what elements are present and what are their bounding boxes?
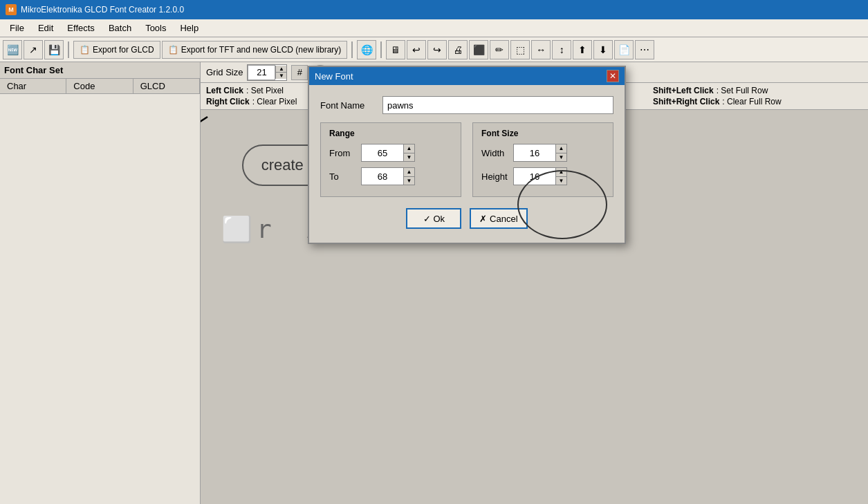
to-input[interactable] bbox=[362, 168, 403, 185]
menu-tools[interactable]: Tools bbox=[138, 21, 173, 35]
width-row: Width ▲ ▼ bbox=[481, 144, 604, 162]
shortcut-shift-right: Shift+Right Click : Clear Full Row bbox=[653, 97, 862, 106]
dialog-columns: Range From ▲ ▼ To bbox=[320, 122, 613, 197]
from-spin-btns: ▲ ▼ bbox=[403, 144, 414, 161]
toolbar-arrow[interactable]: ↗ bbox=[24, 40, 43, 59]
from-up[interactable]: ▲ bbox=[403, 144, 414, 153]
grid-size-spinbox: ▲ ▼ bbox=[247, 64, 287, 81]
grid-size-spin-buttons: ▲ ▼ bbox=[275, 66, 286, 79]
grid-size-input[interactable] bbox=[248, 65, 275, 80]
to-up[interactable]: ▲ bbox=[403, 168, 414, 177]
toolbar-new[interactable]: 🆕 bbox=[3, 40, 22, 59]
width-spin-btns: ▲ ▼ bbox=[555, 144, 566, 161]
left-panel-columns: Char Code GLCD bbox=[0, 79, 200, 94]
dialog-body: Font Name Range From ▲ ▼ bbox=[309, 85, 625, 243]
export-glcd-btn[interactable]: 📋 Export for GLCD bbox=[73, 41, 160, 59]
app-title: MikroElektronika GLCD Font Creator 1.2.0… bbox=[21, 5, 184, 15]
toolbar-select[interactable]: ⬚ bbox=[510, 40, 530, 59]
font-char-set-header: Font Char Set bbox=[0, 62, 200, 79]
font-name-row: Font Name bbox=[320, 96, 613, 114]
height-spin-btns: ▲ ▼ bbox=[555, 168, 566, 185]
to-down[interactable]: ▼ bbox=[403, 177, 414, 185]
from-input[interactable] bbox=[362, 144, 403, 161]
cancel-button[interactable]: ✗ Cancel bbox=[470, 208, 527, 229]
title-bar: M MikroElektronika GLCD Font Creator 1.2… bbox=[0, 0, 868, 19]
svg-line-0 bbox=[201, 117, 207, 179]
height-row: Height ▲ ▼ bbox=[481, 167, 604, 185]
col-glcd: GLCD bbox=[133, 79, 200, 93]
to-row: To ▲ ▼ bbox=[329, 167, 452, 185]
from-down[interactable]: ▼ bbox=[403, 153, 414, 162]
toolbar-import[interactable]: ⬆ bbox=[573, 40, 592, 59]
toolbar-pencil[interactable]: ✏ bbox=[490, 40, 509, 59]
font-name-label: Font Name bbox=[320, 100, 376, 111]
dialog-buttons: ✓ Ok ✗ Cancel bbox=[320, 208, 613, 232]
range-section: Range From ▲ ▼ To bbox=[320, 122, 461, 197]
app-icon: M bbox=[6, 4, 17, 15]
menu-file[interactable]: File bbox=[3, 21, 31, 35]
width-down[interactable]: ▼ bbox=[555, 153, 566, 162]
width-spinbox: ▲ ▼ bbox=[513, 144, 567, 162]
toolbar-print[interactable]: 🖨 bbox=[448, 40, 468, 59]
toolbar-sep-1 bbox=[68, 41, 69, 58]
menu-effects[interactable]: Effects bbox=[60, 21, 102, 35]
height-label: Height bbox=[481, 171, 509, 182]
toolbar-save[interactable]: 💾 bbox=[44, 40, 64, 59]
width-input[interactable] bbox=[514, 144, 555, 161]
font-size-section: Font Size Width ▲ ▼ Height bbox=[472, 122, 613, 197]
col-char: Char bbox=[0, 79, 66, 93]
toolbar-more[interactable]: ⋯ bbox=[635, 40, 654, 59]
from-spinbox: ▲ ▼ bbox=[361, 144, 415, 162]
dialog-title-bar: New Font ✕ bbox=[309, 67, 625, 85]
from-row: From ▲ ▼ bbox=[329, 144, 452, 162]
height-down[interactable]: ▼ bbox=[555, 177, 566, 185]
grid-size-label: Grid Size bbox=[206, 67, 243, 77]
to-label: To bbox=[329, 171, 357, 182]
toolbar-export[interactable]: ⬇ bbox=[593, 40, 613, 59]
toolbar-sep-3 bbox=[380, 41, 382, 58]
width-up[interactable]: ▲ bbox=[555, 144, 566, 153]
menu-edit[interactable]: Edit bbox=[31, 21, 60, 35]
toolbar: 🆕 ↗ 💾 📋 Export for GLCD 📋 Export for TFT… bbox=[0, 37, 868, 62]
range-section-title: Range bbox=[329, 129, 452, 138]
toolbar-copy[interactable]: 📄 bbox=[614, 40, 634, 59]
grid-size-down[interactable]: ▼ bbox=[275, 73, 286, 79]
grid-hash-btn[interactable]: # bbox=[291, 65, 308, 80]
grid-size-up[interactable]: ▲ bbox=[275, 66, 286, 73]
export-glcd-icon: 📋 bbox=[80, 45, 90, 55]
shortcut-shift-left: Shift+Left Click : Set Full Row bbox=[653, 86, 862, 95]
left-panel: Font Char Set Char Code GLCD bbox=[0, 62, 201, 504]
toolbar-redo[interactable]: ↪ bbox=[427, 40, 447, 59]
ok-button[interactable]: ✓ Ok bbox=[406, 208, 461, 229]
toolbar-flip-h[interactable]: ↔ bbox=[531, 40, 551, 59]
export-tft-icon: 📋 bbox=[168, 45, 178, 55]
toolbar-globe[interactable]: 🌐 bbox=[357, 40, 376, 59]
toolbar-flip-v[interactable]: ↕ bbox=[552, 40, 571, 59]
col-code: Code bbox=[66, 79, 133, 93]
to-spinbox: ▲ ▼ bbox=[361, 167, 415, 185]
export-tft-btn[interactable]: 📋 Export for TFT and new GLCD (new libra… bbox=[162, 41, 348, 59]
toolbar-screen[interactable]: 🖥 bbox=[386, 40, 405, 59]
menu-help[interactable]: Help bbox=[173, 21, 205, 35]
height-up[interactable]: ▲ bbox=[555, 168, 566, 177]
menu-bar: File Edit Effects Batch Tools Help bbox=[0, 19, 868, 37]
font-size-section-title: Font Size bbox=[481, 129, 604, 138]
dialog-title: New Font bbox=[315, 71, 353, 82]
dialog-close-btn[interactable]: ✕ bbox=[607, 70, 619, 82]
menu-batch[interactable]: Batch bbox=[102, 21, 138, 35]
toolbar-sep-2 bbox=[351, 41, 353, 58]
height-spinbox: ▲ ▼ bbox=[513, 167, 567, 185]
width-label: Width bbox=[481, 148, 509, 158]
font-name-input[interactable] bbox=[382, 96, 613, 114]
toolbar-clear[interactable]: ⬛ bbox=[469, 40, 488, 59]
to-spin-btns: ▲ ▼ bbox=[403, 168, 414, 185]
height-input[interactable] bbox=[514, 168, 555, 185]
new-font-dialog: New Font ✕ Font Name Range From ▲ ▼ bbox=[308, 66, 626, 244]
from-label: From bbox=[329, 148, 357, 158]
toolbar-undo[interactable]: ↩ bbox=[407, 40, 426, 59]
